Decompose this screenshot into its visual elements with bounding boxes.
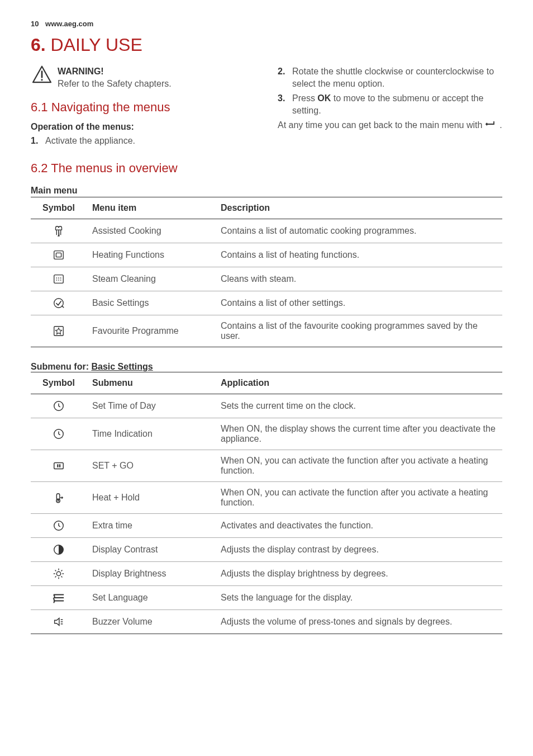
menu-item-label: Assisted Cooking: [87, 219, 215, 243]
col-item-header: Menu item: [87, 197, 215, 219]
svg-line-31: [61, 577, 63, 578]
section-title: 6. DAILY USE: [31, 35, 502, 55]
back-note: At any time you can get back to the main…: [278, 119, 502, 132]
submenu-item-label: Time Indication: [87, 418, 215, 450]
menu-item-label: Basic Settings: [87, 291, 215, 315]
step-1-text: Activate the appliance.: [45, 135, 255, 147]
menu-item-label: Steam Cleaning: [87, 267, 215, 291]
subsection-6-2-title: 6.2 The menus in overview: [31, 161, 502, 176]
menu-item-label: Favourite Programme: [87, 315, 215, 347]
svg-line-32: [55, 577, 56, 578]
section-name: DAILY USE: [51, 35, 142, 55]
subsection-6-1-name: Navigating the menus: [51, 100, 170, 114]
table-row: Buzzer Volume Adjusts the volume of pres…: [31, 610, 502, 634]
table-row: Favourite Programme Contains a list of t…: [31, 315, 502, 347]
site-url: www.aeg.com: [45, 20, 93, 28]
submenu-item-label: Heat + Hold: [87, 482, 215, 514]
contrast-icon: [31, 538, 87, 562]
submenu-item-app: Adjusts the volume of press-tones and si…: [215, 610, 502, 634]
step-3-pre: Press: [292, 93, 317, 103]
step-2-text: Rotate the shuttle clockwise or counterc…: [292, 65, 502, 91]
subsection-6-1-title: 6.1 Navigating the menus: [31, 99, 255, 116]
ok-label: OK: [317, 93, 331, 103]
step-1: 1. Activate the appliance.: [31, 135, 255, 147]
svg-rect-17: [54, 463, 64, 469]
svg-rect-19: [59, 465, 60, 468]
table-row: Time Indication When ON, the display sho…: [31, 418, 502, 450]
warning-block: WARNING! Refer to the Safety chapters.: [31, 65, 255, 91]
table-row: Set Language Sets the language for the d…: [31, 586, 502, 610]
page-number: 10: [31, 20, 39, 28]
back-note-pre: At any time you can get back to the main…: [278, 120, 485, 130]
subsection-6-2-number: 6.2: [31, 161, 48, 175]
step-1-number: 1.: [31, 135, 45, 147]
submenu-item-app: Adjusts the display contrast by degrees.: [215, 538, 502, 562]
col-symbol-header: Symbol: [31, 197, 87, 219]
submenu-item-label: Set Language: [87, 586, 215, 610]
svg-rect-3: [54, 251, 64, 259]
main-menu-heading: Main menu: [31, 186, 502, 196]
submenu-label-pre: Submenu for:: [31, 362, 91, 371]
assisted-cooking-icon: [31, 219, 87, 243]
svg-point-7: [58, 278, 59, 279]
submenu-item-label: Display Contrast: [87, 538, 215, 562]
step-3-number: 3.: [278, 92, 292, 117]
svg-rect-5: [54, 275, 64, 284]
operation-label: Operation of the menus:: [31, 121, 255, 133]
submenu-item-label: Set Time of Day: [87, 394, 215, 418]
submenu-heading: Submenu for: Basic Settings: [31, 362, 502, 372]
svg-point-9: [56, 280, 57, 281]
menu-item-label: Heating Functions: [87, 243, 215, 267]
menu-item-desc: Contains a list of the favourite cooking…: [215, 315, 502, 347]
return-icon: [485, 119, 497, 131]
col-application-header: Application: [215, 372, 502, 394]
svg-point-8: [60, 278, 61, 279]
main-menu-table: Symbol Menu item Description Assisted Co…: [31, 197, 502, 347]
table-row: Display Contrast Adjusts the display con…: [31, 538, 502, 562]
table-row: Extra time Activates and deactivates the…: [31, 514, 502, 538]
table-row: Heating Functions Contains a list of hea…: [31, 243, 502, 267]
step-3: 3. Press OK to move to the submenu or ac…: [278, 92, 502, 117]
submenu-item-app: Activates and deactivates the function.: [215, 514, 502, 538]
table-row: Assisted Cooking Contains a list of auto…: [31, 219, 502, 243]
menu-item-desc: Contains a list of automatic cooking pro…: [215, 219, 502, 243]
step-2-number: 2.: [278, 65, 292, 91]
brightness-icon: [31, 562, 87, 586]
steam-cleaning-icon: [31, 267, 87, 291]
warning-title: WARNING!: [58, 65, 172, 78]
section-number: 6.: [31, 35, 46, 55]
submenu-item-label: Buzzer Volume: [87, 610, 215, 634]
svg-point-2: [41, 79, 42, 81]
submenu-item-label: Display Brightness: [87, 562, 215, 586]
step-3-text: Press OK to move to the submenu or accep…: [292, 92, 502, 117]
language-icon: [31, 586, 87, 610]
submenu-label-target: Basic Settings: [91, 362, 153, 371]
table-row: Basic Settings Contains a list of other …: [31, 291, 502, 315]
submenu-item-app: When ON, you can activate the function a…: [215, 482, 502, 514]
set-go-icon: [31, 450, 87, 482]
table-row: Heat + Hold When ON, you can activate th…: [31, 482, 502, 514]
col-symbol-header: Symbol: [31, 372, 87, 394]
favourite-programme-icon: [31, 315, 87, 347]
step-2: 2. Rotate the shuttle clockwise or count…: [278, 65, 502, 91]
basic-settings-icon: [31, 291, 87, 315]
svg-rect-4: [56, 253, 61, 257]
submenu-item-app: Sets the current time on the clock.: [215, 394, 502, 418]
svg-rect-18: [57, 465, 58, 468]
heating-functions-icon: [31, 243, 87, 267]
menu-item-desc: Cleans with steam.: [215, 267, 502, 291]
submenu-item-app: Adjusts the display brightness by degree…: [215, 562, 502, 586]
svg-point-22: [58, 500, 59, 502]
submenu-table: Symbol Submenu Application Set Time of D…: [31, 372, 502, 634]
col-desc-header: Description: [215, 197, 502, 219]
warning-icon: [31, 65, 53, 87]
menu-item-desc: Contains a list of heating functions.: [215, 243, 502, 267]
clock-icon: [31, 418, 87, 450]
submenu-item-app: When ON, you can activate the function a…: [215, 450, 502, 482]
table-row: Display Brightness Adjusts the display b…: [31, 562, 502, 586]
table-row: SET + GO When ON, you can activate the f…: [31, 450, 502, 482]
svg-point-10: [58, 280, 59, 281]
table-row: Steam Cleaning Cleans with steam.: [31, 267, 502, 291]
clock-icon: [31, 514, 87, 538]
page-header: 10 www.aeg.com: [31, 20, 502, 28]
